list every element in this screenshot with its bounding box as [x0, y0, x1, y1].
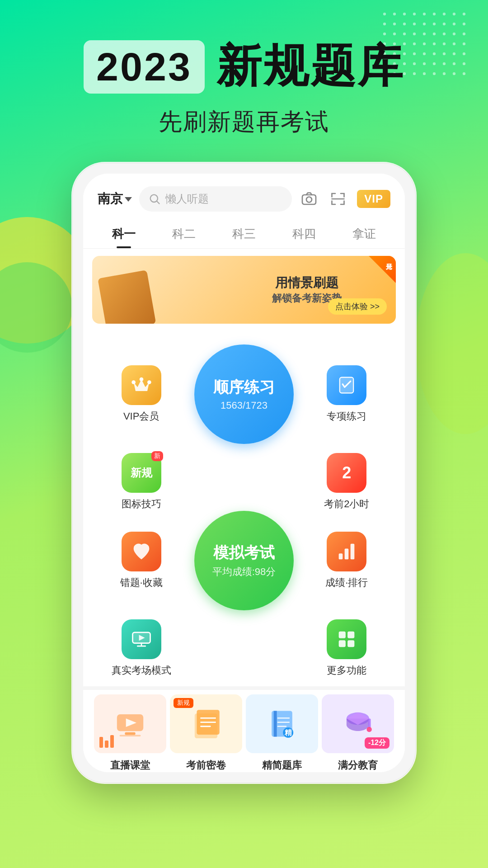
search-placeholder: 懒人听题 — [165, 192, 209, 206]
newrules-label: 图标技巧 — [122, 497, 161, 511]
special-icon — [327, 365, 366, 405]
tab-ke4[interactable]: 科四 — [274, 219, 334, 248]
city-selector[interactable]: 南京 — [98, 190, 132, 208]
tab-ke3[interactable]: 科三 — [214, 219, 274, 248]
search-icon — [148, 193, 161, 205]
grid-item-vip[interactable]: VIP会员 — [105, 365, 178, 423]
chevron-down-icon — [125, 197, 132, 202]
circle-shunxu-progress: 1563/1723 — [221, 400, 267, 411]
education-icon — [342, 706, 374, 742]
grid-item-mistakes[interactable]: 错题·收藏 — [105, 532, 178, 590]
live-icon — [114, 708, 146, 740]
svg-rect-27 — [274, 711, 277, 736]
exam2h-label: 考前2小时 — [324, 497, 369, 511]
circle-moni-label: 模拟考试 — [213, 542, 275, 563]
svg-rect-15 — [339, 640, 346, 647]
camera-icon — [301, 191, 317, 207]
live-icon-wrap — [94, 694, 166, 753]
center-spacer — [194, 459, 294, 505]
svg-rect-9 — [345, 549, 349, 560]
vip-badge[interactable]: VIP — [357, 190, 390, 208]
search-bar[interactable]: 懒人听题 — [139, 186, 292, 212]
grid-row-2: 新规 新 图标技巧 2 考前2小时 — [83, 448, 405, 515]
grid-icon — [335, 627, 358, 651]
ranking-icon — [327, 532, 366, 571]
header-title: 新规题库 — [216, 36, 404, 97]
live-label: 直播课堂 — [110, 759, 150, 772]
grid-item-ranking[interactable]: 成绩·排行 — [310, 532, 383, 590]
simple-label: 精简题库 — [262, 759, 302, 772]
svg-rect-35 — [368, 719, 371, 728]
tab-ke2[interactable]: 科二 — [154, 219, 214, 248]
full-icon-wrap: -12分 — [322, 694, 394, 753]
more-icon — [327, 619, 366, 659]
realroom-label: 真实考场模式 — [112, 664, 171, 677]
header-subtitle: 先刷新题再考试 — [0, 106, 488, 138]
banner-area: 用情景刷题 解锁备考新姿势 点击体验 >> 元旦开 — [83, 249, 405, 331]
vip-label: VIP会员 — [123, 410, 159, 423]
more-label: 更多功能 — [327, 664, 366, 677]
circle-shunxu[interactable]: 顺序练习 1563/1723 — [194, 344, 294, 444]
svg-rect-19 — [125, 732, 135, 735]
grid-row-1: VIP会员 顺序练习 1563/1723 专项练习 — [83, 340, 405, 448]
bottom-item-live[interactable]: 直播课堂 — [94, 694, 166, 772]
circle-moni-sub: 平均成绩:98分 — [212, 565, 276, 579]
crown-icon — [130, 373, 153, 397]
grid-item-newrules[interactable]: 新规 新 图标技巧 — [105, 453, 178, 511]
topbar-icons: VIP — [299, 189, 390, 209]
camera-icon-btn[interactable] — [299, 189, 319, 209]
bottom-items-row: 直播课堂 新规 — [92, 694, 396, 772]
tab-ke1[interactable]: 科一 — [94, 219, 154, 248]
papers-icon — [190, 706, 222, 742]
checklist-icon — [335, 373, 358, 397]
banner[interactable]: 用情景刷题 解锁备考新姿势 点击体验 >> 元旦开 — [92, 256, 396, 324]
new-badge: 新规 — [174, 698, 193, 708]
nav-tabs: 科一 科二 科三 科四 拿证 — [83, 219, 405, 249]
circle-moni[interactable]: 模拟考试 平均成绩:98分 — [194, 511, 294, 610]
svg-text:精: 精 — [284, 729, 292, 736]
svg-rect-16 — [347, 640, 354, 647]
header-area: 2023 新规题库 先刷新题再考试 — [0, 0, 488, 138]
grid-item-more[interactable]: 更多功能 — [310, 619, 383, 677]
svg-rect-2 — [302, 195, 316, 204]
bottom-item-papers[interactable]: 新规 考前密卷 — [170, 694, 242, 772]
svg-rect-13 — [339, 632, 346, 638]
scan-icon — [330, 191, 346, 207]
bottom-section: 直播课堂 新规 — [83, 686, 405, 772]
exam2h-icon: 2 — [327, 453, 366, 493]
svg-point-4 — [131, 380, 136, 384]
svg-point-5 — [139, 377, 143, 382]
svg-rect-10 — [351, 544, 355, 560]
svg-rect-8 — [339, 553, 343, 559]
mistakes-label: 错题·收藏 — [120, 576, 163, 590]
svg-point-6 — [147, 380, 151, 384]
banner-btn[interactable]: 点击体验 >> — [328, 298, 387, 315]
grid-item-exam2h[interactable]: 2 考前2小时 — [310, 453, 383, 511]
simple-icon-wrap: 精 — [246, 694, 318, 753]
year-badge: 2023 — [84, 40, 205, 94]
tab-nazheng[interactable]: 拿证 — [334, 219, 394, 248]
svg-rect-14 — [347, 632, 354, 638]
papers-label: 考前密卷 — [186, 759, 226, 772]
app-topbar: 南京 懒人听题 — [83, 174, 405, 219]
city-name: 南京 — [98, 190, 123, 208]
banner-decoration — [98, 270, 156, 324]
grid-item-special[interactable]: 专项练习 — [310, 365, 383, 423]
banner-corner — [369, 256, 396, 283]
bg-circle-right — [416, 253, 488, 434]
grid-item-realroom[interactable]: 真实考场模式 — [105, 619, 178, 677]
bottom-item-simple[interactable]: 精 精简题库 — [246, 694, 318, 772]
circle-shunxu-label: 顺序练习 — [213, 377, 275, 398]
mistakes-icon — [122, 532, 161, 571]
bottom-item-full[interactable]: -12分 满分教育 — [322, 694, 394, 772]
book-icon: 精 — [266, 706, 298, 742]
svg-line-1 — [157, 201, 159, 203]
ranking-label: 成绩·排行 — [325, 576, 368, 590]
special-label: 专项练习 — [327, 410, 366, 423]
realroom-icon — [122, 619, 161, 659]
papers-icon-wrap: 新规 — [170, 694, 242, 753]
full-label: 满分教育 — [338, 759, 378, 772]
scan-icon-btn[interactable] — [328, 189, 348, 209]
monitor-icon — [130, 627, 153, 651]
phone-inner: 南京 懒人听题 — [83, 174, 405, 772]
